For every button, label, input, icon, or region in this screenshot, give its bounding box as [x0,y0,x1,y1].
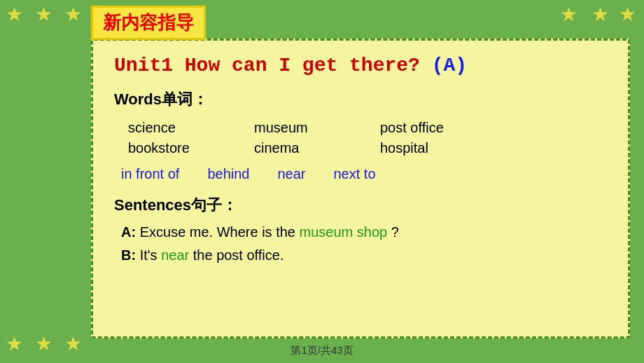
sentence-a-after: ? [391,224,399,240]
sentence-a-label: A: [121,224,136,240]
word-museum: museum [254,120,380,136]
phrase-in-front-of: in front of [121,166,179,182]
phrase-next-to: next to [333,166,375,182]
word-science: science [128,120,254,136]
unit-title-paren: (A) [432,55,467,76]
sentence-a-before: Excuse me. Where is the [140,224,300,240]
sentence-b-highlight: near [161,247,189,263]
page-indicator-text: 第1页/共43页 [290,344,353,356]
word-cinema: cinema [254,140,380,156]
unit-title-main: Unit1 How can I get there? [114,55,420,76]
sentence-b-before: It's [140,247,162,263]
star-icon: ★ [592,3,609,26]
star-icon: ★ [619,3,636,26]
page-indicator: 第1页/共43页 [0,344,644,357]
words-grid: science museum post office bookstore cin… [128,120,607,156]
sentences-heading: Sentences句子： [114,195,607,216]
sentence-b: B: It's near the post office. [121,247,607,263]
star-icon: ★ [560,3,578,26]
phrase-behind: behind [207,166,249,182]
word-bookstore: bookstore [128,140,254,156]
star-icon: ★ [6,3,23,26]
phrases-row: in front of behind near next to [121,166,607,182]
badge-text: 新内容指导 [103,12,194,33]
star-icon: ★ [64,3,82,26]
words-heading: Words单词： [114,89,607,110]
title-badge: 新内容指导 [91,6,206,40]
main-content-area: Unit1 How can I get there? (A) Words单词： … [91,39,630,338]
word-hospital: hospital [380,140,506,156]
unit-title: Unit1 How can I get there? (A) [114,55,607,76]
sentence-b-label: B: [121,247,136,263]
sentence-a: A: Excuse me. Where is the museum shop ? [121,224,607,240]
star-icon: ★ [35,3,52,26]
sentence-b-after: the post office. [193,247,284,263]
word-post-office: post office [380,120,506,136]
sentence-a-highlight: museum shop [300,224,388,240]
phrase-near: near [277,166,305,182]
